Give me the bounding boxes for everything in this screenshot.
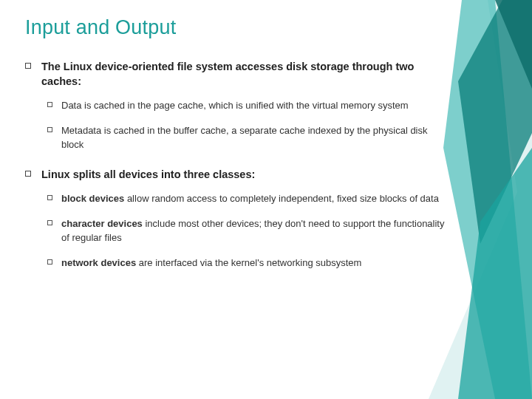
list-item: Metadata is cached in the buffer cache, …: [47, 124, 451, 151]
square-bullet-icon: [25, 171, 31, 177]
bullet-group-2: Linux splits all devices into three clas…: [25, 168, 451, 270]
bullet-text: network devices are interfaced via the k…: [61, 256, 361, 270]
square-bullet-icon: [47, 259, 52, 265]
list-item: character devices include most other dev…: [47, 217, 451, 244]
square-bullet-icon: [25, 63, 31, 69]
square-bullet-icon: [47, 220, 52, 225]
list-item: The Linux device-oriented file system ac…: [25, 60, 451, 89]
bullet-text: Metadata is cached in the buffer cache, …: [61, 124, 451, 151]
bullet-text: Data is cached in the page cache, which …: [61, 99, 409, 112]
bullet-text: Linux splits all devices into three clas…: [41, 168, 255, 183]
square-bullet-icon: [47, 127, 52, 132]
square-bullet-icon: [47, 195, 52, 200]
list-item: block devices allow random access to com…: [47, 192, 451, 205]
slide-content: Input and Output The Linux device-orient…: [0, 0, 532, 270]
square-bullet-icon: [47, 102, 52, 107]
bullet-text: block devices allow random access to com…: [61, 192, 439, 205]
bullet-text: The Linux device-oriented file system ac…: [41, 60, 451, 89]
bullet-group-1: The Linux device-oriented file system ac…: [25, 60, 451, 151]
slide-title: Input and Output: [25, 16, 451, 39]
list-item: Data is cached in the page cache, which …: [47, 99, 451, 112]
list-item: Linux splits all devices into three clas…: [25, 168, 451, 183]
list-item: network devices are interfaced via the k…: [47, 256, 451, 270]
bullet-text: character devices include most other dev…: [61, 217, 451, 244]
